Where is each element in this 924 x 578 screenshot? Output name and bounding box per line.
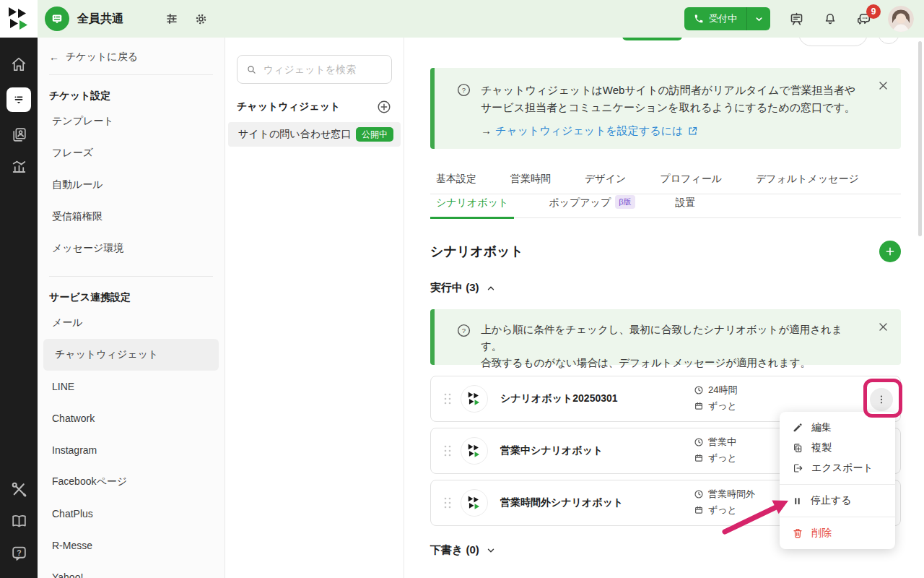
status-split-button: 受付中 <box>684 7 770 30</box>
clock-icon <box>694 437 704 447</box>
setup-widget-link[interactable]: チャットウィジェットを設定するには <box>495 122 698 139</box>
close-icon[interactable] <box>878 322 889 332</box>
chevron-up-icon <box>486 283 496 293</box>
tab-business-hours[interactable]: 営業時間 <box>510 173 551 194</box>
tab-design[interactable]: デザイン <box>585 173 626 194</box>
drag-handle-icon[interactable] <box>441 495 454 511</box>
banner-text: チャットウィジェットはWebサイトの訪問者がリアルタイムで営業担当者やサービス担… <box>481 82 860 116</box>
sidebar-item-chatwork[interactable]: Chatwork <box>38 402 225 434</box>
question-icon: ? <box>456 82 471 98</box>
status-dropdown-button[interactable] <box>746 7 770 30</box>
tab-profile[interactable]: プロフィール <box>660 173 722 194</box>
pencil-icon <box>792 422 803 434</box>
tab-default-message[interactable]: デフォルトメッセージ <box>756 173 859 194</box>
sidebar-item-phrases[interactable]: フレーズ <box>38 137 225 169</box>
running-group-toggle[interactable]: 実行中 (3) <box>430 281 496 295</box>
widget-search-input[interactable] <box>263 64 383 75</box>
main-content: サイトの問い合わせ窓口 公開中 ? チャットウィジェットはWebサイトの訪問者が… <box>404 38 924 578</box>
clock-icon <box>694 385 704 395</box>
menu-item-duplicate[interactable]: 複製 <box>780 438 895 458</box>
rail-tickets-icon[interactable] <box>6 87 31 112</box>
divider <box>780 517 895 517</box>
bot-context-menu: 編集 複製 エクスポート <box>780 412 895 549</box>
settings-sidebar: ← チケットに戻る チケット設定 テンプレート フレーズ 自動ルール 受信箱権限… <box>38 38 225 578</box>
sidebar-item-line[interactable]: LINE <box>38 371 225 402</box>
bot-avatar <box>461 437 488 465</box>
sidebar-item-auto-rules[interactable]: 自動ルール <box>38 169 225 201</box>
sidebar-item-instagram[interactable]: Instagram <box>38 434 225 466</box>
rail-home-icon[interactable] <box>9 55 28 74</box>
phone-icon <box>694 14 704 24</box>
topbar-right-cluster: 受付中 <box>684 6 924 32</box>
sidebar-item-chat-widget[interactable]: チャットウィジェット <box>43 339 219 371</box>
export-icon <box>792 462 803 474</box>
kebab-icon <box>876 394 887 405</box>
board-icon[interactable] <box>789 12 804 27</box>
chevron-down-icon <box>754 14 764 24</box>
menu-item-stop[interactable]: 停止する <box>780 491 895 511</box>
bot-avatar <box>461 489 488 517</box>
tab-scenario-bot[interactable]: シナリオボット <box>430 197 514 219</box>
rail-tools-icon[interactable] <box>10 480 28 499</box>
drag-handle-icon[interactable] <box>441 443 454 459</box>
copy-icon <box>792 442 803 454</box>
menu-item-edit[interactable]: 編集 <box>780 418 895 438</box>
add-widget-icon[interactable] <box>376 99 392 115</box>
widget-list-panel: チャットウィジェット サイトの問い合わせ窓口 公開中 <box>225 38 404 578</box>
sidebar-item-facebook[interactable]: Facebookページ <box>38 466 225 498</box>
sidebar-item-inbox-permissions[interactable]: 受信箱権限 <box>38 201 225 233</box>
workspace-title: 全員共通 <box>77 12 123 27</box>
sidebar-item-template[interactable]: テンプレート <box>38 105 225 137</box>
tab-popup[interactable]: ポップアップ β版 <box>543 197 640 217</box>
filter-icon[interactable] <box>165 12 178 25</box>
back-to-tickets-link[interactable]: ← チケットに戻る <box>38 38 225 74</box>
widget-list-item[interactable]: サイトの問い合わせ窓口 公開中 <box>228 122 401 147</box>
menu-item-export[interactable]: エクスポート <box>780 458 895 478</box>
user-avatar[interactable] <box>888 6 914 32</box>
bell-icon[interactable] <box>823 12 837 26</box>
rail-contacts-icon[interactable] <box>10 126 28 144</box>
menu-item-delete[interactable]: 削除 <box>780 523 895 543</box>
sidebar-item-message-env[interactable]: メッセージ環境 <box>38 233 225 264</box>
trash-icon <box>792 527 803 539</box>
draft-group-toggle[interactable]: 下書き (0) <box>430 543 496 557</box>
tab-basic-settings[interactable]: 基本設定 <box>436 173 476 194</box>
nav-rail: ? <box>0 38 38 578</box>
svg-text:?: ? <box>462 327 466 335</box>
widget-search-box <box>237 55 392 84</box>
sidebar-item-yahoo[interactable]: Yahoo! <box>38 561 225 578</box>
top-bar: 全員共通 受付中 <box>0 0 924 38</box>
secondary-tabs: シナリオボット ポップアップ β版 設置 <box>430 197 901 218</box>
app-logo[interactable] <box>0 0 38 38</box>
calendar-icon <box>694 453 704 463</box>
tab-install[interactable]: 設置 <box>670 197 702 217</box>
svg-text:?: ? <box>462 86 466 94</box>
bot-menu-button[interactable] <box>870 388 893 411</box>
close-icon[interactable] <box>878 80 889 91</box>
svg-text:?: ? <box>17 549 21 557</box>
widget-list-header: チャットウィジェット <box>237 100 340 113</box>
scrollbar-thumb[interactable] <box>918 41 922 236</box>
question-icon: ? <box>456 323 471 338</box>
sidebar-item-mail[interactable]: メール <box>38 307 225 339</box>
widget-info-banner: ? チャットウィジェットはWebサイトの訪問者がリアルタイムで営業担当者やサービ… <box>430 68 901 149</box>
gear-icon[interactable] <box>194 12 208 26</box>
status-button[interactable]: 受付中 <box>684 7 746 30</box>
back-arrow-icon: ← <box>49 51 59 63</box>
rail-help-icon[interactable]: ? <box>10 544 28 562</box>
add-scenario-bot-button[interactable] <box>879 241 901 262</box>
rail-analytics-icon[interactable] <box>10 158 28 176</box>
calendar-icon <box>694 505 704 515</box>
bot-name: 営業時間外シナリオボット <box>500 496 623 509</box>
drag-handle-icon[interactable] <box>441 391 454 407</box>
notification-badge: 9 <box>866 4 881 19</box>
header-pill-button[interactable] <box>798 38 868 46</box>
external-link-icon <box>687 126 698 137</box>
sidebar-item-rmesse[interactable]: R-Messe <box>38 530 225 561</box>
beta-badge: β版 <box>615 195 635 209</box>
header-circle-button[interactable] <box>878 38 899 44</box>
sidebar-item-chatplus[interactable]: ChatPlus <box>38 498 225 530</box>
rail-guide-icon[interactable] <box>10 512 28 530</box>
banner-line1: 上から順に条件をチェックし、最初に合致したシナリオボットが適用されます。 <box>481 322 860 355</box>
calendar-icon <box>694 401 704 411</box>
